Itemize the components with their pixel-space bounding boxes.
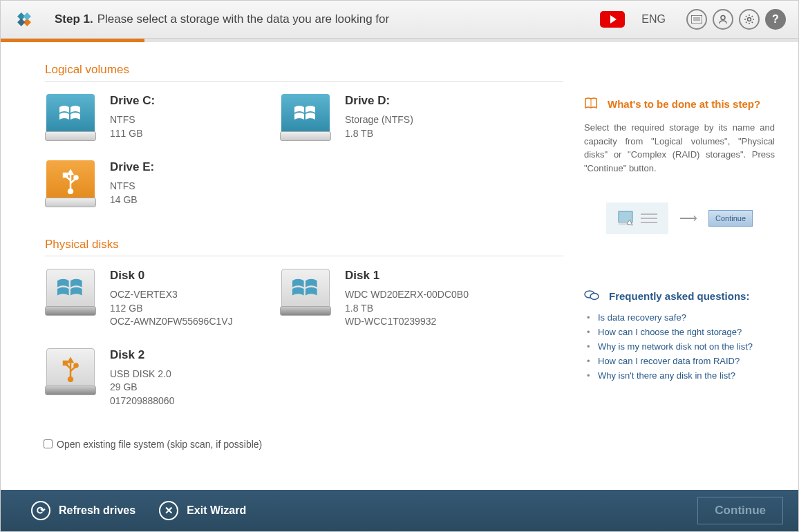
svg-rect-2: [24, 12, 31, 20]
svg-rect-4: [691, 15, 702, 23]
footer-bar: ⟳ Refresh drives ✕ Exit Wizard Continue: [1, 490, 798, 531]
faq-item[interactable]: How can I recover data from RAID?: [584, 354, 775, 368]
svg-line-13: [746, 16, 746, 17]
header-bar: Step 1. Please select a storage with the…: [1, 1, 798, 39]
book-icon: [584, 97, 598, 110]
disk-capacity: 112 GB: [110, 302, 233, 316]
drive-title: Drive D:: [345, 94, 413, 108]
drive-size: 1.8 TB: [345, 127, 413, 141]
help-diagram: ⟶ Continue: [584, 202, 775, 234]
physical-disk-item[interactable]: Disk 0OCZ-VERTEX3112 GBOCZ-AWNZ0FW55696C…: [44, 266, 279, 345]
disk-serial: 017209888060: [110, 395, 174, 408]
skip-scan-checkbox-input[interactable]: [44, 439, 53, 448]
disk-serial: OCZ-AWNZ0FW55696C1VJ: [110, 315, 233, 329]
svg-rect-23: [64, 361, 67, 365]
physical-disk-item[interactable]: Disk 2USB DISK 2.029 GB017209888060: [44, 345, 279, 425]
logical-volume-item[interactable]: Drive C:NTFS111 GB: [44, 91, 279, 158]
faq-item[interactable]: Why is my network disk not on the list?: [584, 339, 775, 354]
step-number: Step 1.: [55, 12, 93, 26]
faq-item[interactable]: Why isn't there any disk in the list?: [584, 368, 775, 383]
youtube-icon[interactable]: [600, 11, 625, 28]
svg-rect-3: [17, 19, 25, 26]
faq-icon: [584, 289, 599, 302]
help-panel: What's to be done at this step? Select t…: [584, 42, 798, 490]
drive-title: Drive C:: [110, 94, 155, 108]
disk-title: Disk 2: [110, 348, 174, 362]
faq-heading: Frequently asked questions:: [584, 289, 775, 302]
close-icon: ✕: [159, 501, 178, 520]
disk-capacity: 1.8 TB: [345, 302, 469, 316]
svg-point-7: [721, 16, 725, 20]
continue-button[interactable]: Continue: [697, 497, 783, 524]
help-body: Select the required storage by its name …: [584, 121, 775, 175]
section-physical-disks: Physical disks: [45, 238, 563, 256]
faq-item[interactable]: Is data recovery safe?: [584, 310, 775, 325]
wizard-progress: [1, 39, 798, 42]
app-logo-icon: [13, 8, 35, 30]
logical-volume-item[interactable]: Drive D:Storage (NTFS)1.8 TB: [279, 91, 514, 158]
drive-icon: [44, 160, 97, 207]
svg-point-18: [68, 189, 73, 193]
disk-model: WDC WD20EZRX-00DC0B0: [345, 288, 469, 302]
drive-icon: [279, 94, 332, 141]
disk-capacity: 29 GB: [110, 381, 174, 395]
storage-selection-panel: Logical volumes Drive C:NTFS111 GBDrive …: [1, 42, 584, 490]
diagram-continue-button: Continue: [708, 210, 753, 227]
open-existing-fs-checkbox[interactable]: Open existing file system (skip scan, if…: [44, 439, 563, 450]
disk-title: Disk 1: [345, 269, 469, 283]
user-icon[interactable]: [713, 9, 733, 30]
faq-list: Is data recovery safe?How can I choose t…: [584, 310, 775, 383]
physical-disk-item[interactable]: Disk 1WDC WD20EZRX-00DC0B01.8 TBWD-WCC1T…: [279, 266, 514, 345]
drive-fs: NTFS: [110, 113, 155, 127]
drive-size: 111 GB: [110, 127, 155, 141]
faq-item[interactable]: How can I choose the right storage?: [584, 325, 775, 339]
section-logical-volumes: Logical volumes: [45, 63, 563, 82]
drive-size: 14 GB: [110, 193, 154, 207]
language-selector[interactable]: ENG: [641, 13, 666, 26]
svg-line-15: [746, 22, 746, 23]
arrow-icon: ⟶: [679, 211, 697, 226]
logical-volume-item[interactable]: Drive E:NTFS14 GB: [44, 158, 279, 224]
help-icon[interactable]: ?: [765, 9, 786, 30]
disk-icon: [44, 348, 97, 395]
disk-model: USB DISK 2.0: [110, 368, 174, 381]
disk-model: OCZ-VERTEX3: [110, 288, 233, 302]
svg-point-8: [748, 18, 751, 21]
refresh-icon: ⟳: [31, 501, 50, 520]
drive-title: Drive E:: [110, 160, 154, 174]
drive-fs: NTFS: [110, 180, 154, 193]
svg-line-16: [752, 16, 753, 17]
svg-point-32: [590, 294, 599, 300]
svg-point-20: [75, 176, 78, 180]
svg-rect-19: [64, 173, 67, 177]
gear-icon[interactable]: [739, 9, 760, 30]
refresh-drives-button[interactable]: ⟳ Refresh drives: [31, 501, 135, 520]
svg-point-24: [75, 363, 78, 367]
drive-icon: [44, 94, 97, 141]
disk-icon: [44, 269, 97, 316]
svg-line-14: [752, 22, 753, 23]
disk-serial: WD-WCC1T0239932: [345, 315, 469, 329]
keyboard-icon[interactable]: [686, 9, 707, 30]
step-description: Please select a storage with the data yo…: [97, 12, 389, 26]
disk-icon: [279, 269, 332, 316]
drive-fs: Storage (NTFS): [345, 113, 413, 127]
help-heading: What's to be done at this step?: [584, 97, 775, 110]
checkbox-label: Open existing file system (skip scan, if…: [57, 439, 262, 450]
disk-title: Disk 0: [110, 269, 233, 283]
diagram-storage-icon: [606, 202, 668, 234]
exit-wizard-button[interactable]: ✕ Exit Wizard: [159, 501, 246, 520]
svg-point-22: [68, 377, 73, 381]
